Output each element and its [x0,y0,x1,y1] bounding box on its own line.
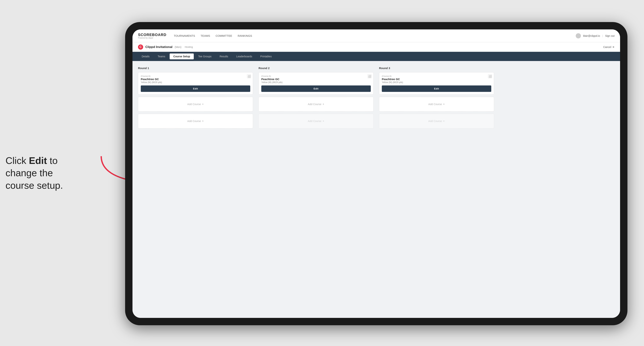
round-1-column: Round 1 ⬜ (Course A) Peachtree GC Yellow… [138,66,253,131]
round-2-course-details: Yellow (M) (6629 yds) [261,81,371,84]
instruction-prefix: Click [6,155,29,166]
powered-by-label: Powered by clippd [138,37,166,39]
round-3-delete-button[interactable]: ⬜ [488,74,492,78]
round-1-title: Round 1 [138,66,253,70]
tab-course-setup[interactable]: Course Setup [170,53,194,59]
tab-printables[interactable]: Printables [257,53,276,59]
sign-out-link[interactable]: Sign out [605,34,614,37]
scoreboard-logo: SCOREBOARD Powered by clippd [138,33,166,39]
round-1-course-details: Yellow (M) (6629 yds) [141,81,250,84]
delete-icon: ⬜ [488,75,492,78]
plus-icon-3: + [322,103,324,106]
round-2-column: Round 2 ⬜ (Course A) Peachtree GC Yellow… [258,66,374,131]
separator: | [602,34,603,37]
tab-leaderboards[interactable]: Leaderboards [232,53,256,59]
nav-teams[interactable]: TEAMS [200,33,210,38]
round-2-course-name: Peachtree GC [261,78,371,81]
cancel-button[interactable]: Cancel ✕ [603,46,614,48]
round-3-column: Round 3 ⬜ (Course A) Peachtree GC Yellow… [379,66,494,131]
empty-column [500,66,614,131]
tab-results[interactable]: Results [216,53,232,59]
round-3-edit-button[interactable]: Edit [382,85,491,92]
nav-rankings[interactable]: RANKINGS [238,33,252,38]
scoreboard-title: SCOREBOARD [138,33,166,37]
sub-navigation: C Clippd Invitational (Men) Hosting Canc… [132,42,620,52]
round-3-course-details: Yellow (M) (6629 yds) [382,81,491,84]
tab-bar: Details Teams Course Setup Tee Groups Re… [132,52,620,61]
plus-icon-4: + [322,119,324,123]
plus-icon-2: + [202,119,204,123]
round-2-add-course-1[interactable]: Add Course + [258,97,374,112]
rounds-grid: Round 1 ⬜ (Course A) Peachtree GC Yellow… [138,66,614,131]
round-1-edit-button[interactable]: Edit [141,85,250,92]
round-1-delete-button[interactable]: ⬜ [247,74,251,78]
tablet-device: SCOREBOARD Powered by clippd TOURNAMENTS… [125,22,628,325]
delete-icon: ⬜ [368,75,371,78]
main-content: Round 1 ⬜ (Course A) Peachtree GC Yellow… [132,61,620,318]
user-email: blair@clippd.io [583,34,600,37]
round-3-course-card: ⬜ (Course A) Peachtree GC Yellow (M) (66… [379,72,494,95]
tab-tee-groups[interactable]: Tee Groups [194,53,215,59]
round-1-course-label: (Course A) [141,75,250,77]
round-3-title: Round 3 [379,66,494,70]
clippd-icon: C [138,44,143,50]
round-3-course-label: (Course A) [382,75,491,77]
round-2-add-course-2: Add Course + [258,114,374,129]
round-2-delete-button[interactable]: ⬜ [368,74,372,78]
round-3-course-name: Peachtree GC [382,78,491,81]
round-1-course-name: Peachtree GC [141,78,250,81]
plus-icon-5: + [443,103,445,106]
instruction-bold: Edit [29,155,47,166]
plus-icon-6: + [443,119,445,123]
nav-tournaments[interactable]: TOURNAMENTS [174,33,195,38]
round-2-course-card: ⬜ (Course A) Peachtree GC Yellow (M) (66… [258,72,374,95]
plus-icon: + [202,103,204,106]
nav-committee[interactable]: COMMITTEE [216,33,232,38]
round-3-add-course-2: Add Course + [379,114,494,129]
cancel-x-icon: ✕ [612,46,614,48]
tab-teams[interactable]: Teams [154,53,169,59]
top-navigation: SCOREBOARD Powered by clippd TOURNAMENTS… [132,29,620,42]
nav-right: blair@clippd.io | Sign out [576,33,614,38]
round-1-add-course-2[interactable]: Add Course + [138,114,253,129]
round-1-add-course-1[interactable]: Add Course + [138,97,253,112]
round-2-edit-button[interactable]: Edit [261,85,371,92]
nav-links: TOURNAMENTS TEAMS COMMITTEE RANKINGS [174,33,252,38]
round-2-course-label: (Course A) [261,75,371,77]
instruction-text: Click Edit tochange thecourse setup. [6,154,63,192]
nav-left: SCOREBOARD Powered by clippd TOURNAMENTS… [138,33,252,39]
delete-icon: ⬜ [248,75,250,78]
tournament-name: Clippd Invitational [145,45,172,49]
tab-details[interactable]: Details [138,53,153,59]
hosting-badge: Hosting [185,46,193,48]
tablet-screen: SCOREBOARD Powered by clippd TOURNAMENTS… [132,29,620,318]
user-avatar [576,33,581,38]
round-2-title: Round 2 [258,66,374,70]
round-1-course-card: ⬜ (Course A) Peachtree GC Yellow (M) (66… [138,72,253,95]
sub-nav-left: C Clippd Invitational (Men) Hosting [138,44,193,50]
round-3-add-course-1[interactable]: Add Course + [379,97,494,112]
tournament-gender: (Men) [174,46,182,48]
